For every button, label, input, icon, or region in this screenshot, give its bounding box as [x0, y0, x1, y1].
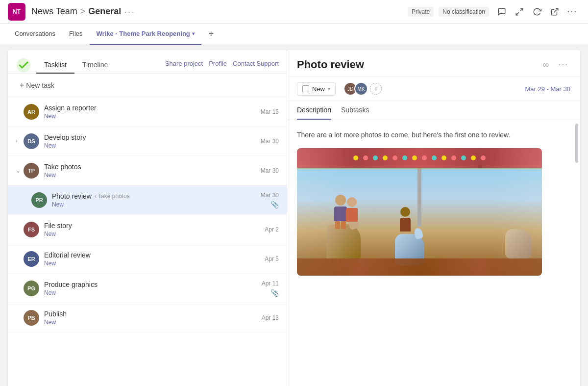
team-logo: NT — [8, 3, 25, 21]
task-info-3: Take photos New — [44, 163, 261, 179]
light-red3 — [422, 155, 427, 160]
rider-head-1 — [335, 195, 346, 206]
profile-link[interactable]: Profile — [209, 60, 227, 67]
task-list: AR Assign a reporter New Mar 15 › DS Dev… — [8, 97, 287, 386]
wrike-tab-tasklist[interactable]: Tasklist — [36, 57, 74, 74]
status-dropdown-icon: ▾ — [328, 86, 330, 92]
status-checkbox — [302, 85, 309, 92]
left-panel: Tasklist Timeline Share project Profile … — [8, 50, 287, 386]
task-avatar-4: PR — [31, 192, 47, 208]
task-item[interactable]: ⌄ TP Take photos New Mar 30 — [8, 156, 287, 185]
lights-row — [348, 154, 490, 162]
wrike-tab-timeline[interactable]: Timeline — [74, 57, 116, 74]
add-assignee-btn[interactable]: + — [370, 83, 382, 95]
detail-header-icons: ∞ ··· — [539, 58, 570, 72]
light-teal4 — [461, 155, 466, 160]
new-task-bar: + New task — [8, 74, 287, 97]
task-date-4: Mar 30 📎 — [261, 192, 279, 208]
tab-conversations[interactable]: Conversations — [8, 24, 62, 45]
channel-name: General — [88, 6, 121, 17]
task-status-2: New — [44, 142, 261, 149]
task-name-7: Produce graphics — [44, 281, 262, 288]
detail-more-btn[interactable]: ··· — [557, 58, 570, 72]
top-bar-right: Private No classification — [408, 4, 580, 20]
light-yellow — [353, 155, 358, 160]
task-date-label-1: Mar 15 — [261, 108, 279, 115]
refresh-icon-btn[interactable] — [529, 4, 545, 20]
task-avatar-1: AR — [24, 104, 39, 120]
detail-tabs: Description Subtasks — [287, 101, 580, 120]
top-bar: NT News Team > General ··· Private No cl… — [0, 0, 588, 24]
status-btn[interactable]: New ▾ — [297, 82, 336, 96]
share-icon-btn[interactable] — [547, 4, 563, 20]
task-item[interactable]: FS File story New Apr 2 — [8, 215, 287, 244]
light-red4 — [451, 155, 456, 160]
task-name-6: Editorial review — [44, 251, 265, 259]
task-avatar-7: PG — [24, 281, 39, 296]
task-item[interactable]: › DS Develop story New Mar 30 — [8, 127, 287, 156]
task-item[interactable]: ER Editorial review New Apr 5 — [8, 244, 287, 274]
tab-files[interactable]: Files — [62, 24, 89, 45]
task-date-label-3: Mar 30 — [261, 167, 279, 174]
rider-body-2 — [346, 208, 358, 222]
rider-body-3 — [400, 218, 411, 232]
task-avatar-5: FS — [24, 222, 39, 237]
team-name: News Team — [31, 6, 77, 17]
detail-header: Photo review ∞ ··· — [287, 50, 580, 77]
attachment-icon-7: 📎 — [270, 289, 279, 297]
task-expand-2[interactable]: › — [16, 138, 24, 144]
light-yellow5 — [471, 155, 476, 160]
task-date-label-6: Apr 5 — [265, 256, 279, 262]
detail-tab-subtasks[interactable]: Subtasks — [341, 101, 369, 120]
scrollbar[interactable] — [575, 124, 578, 163]
top-bar-icons: ··· — [494, 4, 580, 20]
task-date-label-2: Mar 30 — [261, 138, 279, 145]
task-item-selected[interactable]: PR Photo review ‹ Take photos New Mar 30… — [8, 185, 287, 215]
detail-title: Photo review — [297, 58, 364, 71]
light-yellow4 — [441, 155, 446, 160]
task-status-5: New — [44, 231, 265, 237]
add-tab-btn[interactable]: + — [203, 26, 219, 42]
assignee-avatar-2: MK — [354, 82, 368, 96]
light-red — [363, 155, 368, 160]
light-teal3 — [432, 155, 437, 160]
task-date-label-7: Apr 11 — [262, 280, 279, 287]
horse-group-1 — [326, 224, 361, 261]
task-item[interactable]: AR Assign a reporter New Mar 15 — [8, 97, 287, 127]
channel-more-btn[interactable]: ··· — [124, 6, 135, 17]
contact-support-link[interactable]: Contact Support — [233, 60, 279, 67]
svg-line-0 — [520, 8, 523, 11]
task-item[interactable]: PG Produce graphics New Apr 11 📎 — [8, 274, 287, 303]
detail-tab-description[interactable]: Description — [297, 101, 331, 120]
infinity-icon-btn[interactable]: ∞ — [539, 58, 553, 72]
task-name-8: Publish — [44, 310, 262, 318]
task-parent-4: ‹ Take photos — [95, 193, 130, 200]
task-info-7: Produce graphics New — [44, 281, 262, 296]
expand-icon-btn[interactable] — [512, 4, 527, 20]
new-task-btn[interactable]: + New task — [16, 79, 58, 92]
new-task-label: New task — [26, 81, 54, 89]
share-project-link[interactable]: Share project — [165, 60, 203, 67]
task-date-1: Mar 15 — [261, 108, 279, 115]
light-teal — [373, 155, 378, 160]
right-panel: Photo review ∞ ··· New ▾ — [287, 50, 580, 386]
chat-icon-btn[interactable] — [494, 4, 510, 20]
task-name-5: File story — [44, 222, 265, 230]
carousel-image-container — [297, 148, 542, 276]
horse-body-1 — [326, 224, 361, 261]
task-date-2: Mar 30 — [261, 138, 279, 145]
task-avatar-3: TP — [24, 163, 39, 179]
tab-wrike[interactable]: Wrike - Theme Park Reopening ▾ — [90, 24, 201, 45]
topbar-more-btn[interactable]: ··· — [564, 4, 580, 20]
task-date-3: Mar 30 — [261, 167, 279, 174]
plus-icon: + — [20, 81, 24, 90]
task-info-5: File story New — [44, 222, 265, 237]
task-expand-3[interactable]: ⌄ — [16, 167, 24, 174]
task-item[interactable]: PB Publish New Apr 13 — [8, 303, 287, 333]
rider-3 — [400, 207, 411, 232]
wrike-header: Tasklist Timeline Share project Profile … — [8, 50, 287, 74]
date-range[interactable]: Mar 29 - Mar 30 — [525, 85, 570, 93]
rider-2 — [345, 197, 359, 222]
task-name-1: Assign a reporter — [44, 104, 261, 112]
private-badge: Private — [408, 7, 434, 17]
